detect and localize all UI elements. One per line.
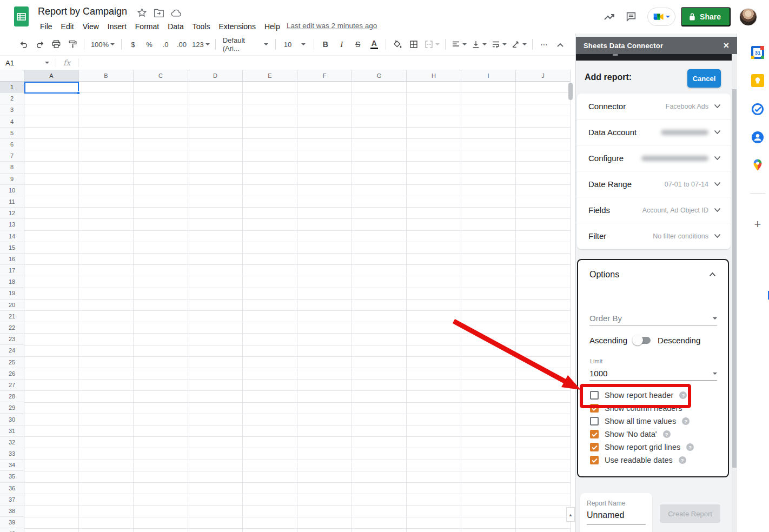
row-header-8[interactable]: 8 — [0, 162, 24, 173]
field-connector[interactable]: Connector Facebook Ads — [577, 94, 731, 119]
row-header-11[interactable]: 11 — [0, 196, 24, 208]
last-edit-link[interactable]: Last edit was 2 minutes ago — [287, 22, 377, 30]
row-header-33[interactable]: 33 — [0, 448, 24, 460]
help-icon[interactable]: ? — [682, 417, 690, 425]
chevron-down-icon[interactable] — [714, 156, 721, 161]
strikethrough-button[interactable]: S — [350, 37, 366, 52]
merge-cells-button[interactable] — [422, 37, 441, 52]
redo-button[interactable] — [32, 37, 48, 52]
zoom-select[interactable]: 100% — [88, 37, 117, 52]
column-header-h[interactable]: H — [407, 70, 461, 82]
undo-button[interactable] — [16, 37, 31, 52]
text-rotation-button[interactable] — [509, 37, 528, 52]
row-header-31[interactable]: 31 — [0, 425, 24, 437]
help-icon[interactable]: ? — [663, 430, 671, 438]
share-button[interactable]: Share — [681, 7, 731, 26]
print-button[interactable] — [49, 37, 64, 52]
row-header-36[interactable]: 36 — [0, 483, 24, 494]
checkbox[interactable] — [590, 443, 599, 451]
row-header-40[interactable]: 40 — [0, 528, 24, 532]
comments-icon[interactable] — [620, 6, 642, 28]
row-header-29[interactable]: 29 — [0, 402, 24, 414]
google-tasks-icon[interactable] — [751, 103, 764, 116]
row-header-17[interactable]: 17 — [0, 265, 24, 276]
report-name-input[interactable]: Unnamed — [587, 510, 646, 525]
row-header-20[interactable]: 20 — [0, 300, 24, 311]
row-header-35[interactable]: 35 — [0, 471, 24, 482]
menu-extensions[interactable]: Extensions — [214, 21, 260, 32]
row-header-14[interactable]: 14 — [0, 230, 24, 242]
row-header-23[interactable]: 23 — [0, 334, 24, 345]
grid-cells[interactable] — [24, 82, 571, 532]
row-header-22[interactable]: 22 — [0, 322, 24, 334]
row-header-5[interactable]: 5 — [0, 128, 24, 139]
order-by-select[interactable]: Order By — [589, 311, 717, 325]
column-header-c[interactable]: C — [134, 70, 188, 82]
chevron-down-icon[interactable] — [714, 104, 721, 109]
row-header-19[interactable]: 19 — [0, 288, 24, 299]
fill-color-button[interactable] — [390, 37, 405, 52]
column-header-a[interactable]: A — [24, 70, 79, 82]
field-filter[interactable]: Filter No filter conditions — [577, 223, 731, 249]
menu-tools[interactable]: Tools — [188, 21, 215, 32]
select-all-corner[interactable] — [0, 70, 24, 82]
format-percent-button[interactable]: % — [142, 37, 157, 52]
row-header-37[interactable]: 37 — [0, 494, 24, 506]
create-report-button[interactable]: Create Report — [660, 504, 720, 523]
font-size-select[interactable]: 10 — [280, 37, 310, 52]
row-header-25[interactable]: 25 — [0, 357, 24, 368]
close-icon[interactable]: ✕ — [723, 41, 730, 50]
sort-direction-toggle[interactable] — [634, 337, 651, 344]
row-header-21[interactable]: 21 — [0, 311, 24, 322]
horizontal-align-button[interactable] — [449, 37, 468, 52]
text-wrap-button[interactable] — [489, 37, 508, 52]
grid-vertical-scrollbar[interactable] — [568, 83, 573, 100]
row-header-13[interactable]: 13 — [0, 219, 24, 230]
formula-input[interactable] — [78, 56, 575, 70]
column-header-j[interactable]: J — [516, 70, 571, 82]
grid-scroll-button[interactable]: ▴ — [566, 507, 575, 522]
cancel-button[interactable]: Cancel — [687, 69, 721, 88]
star-icon[interactable] — [137, 8, 147, 20]
add-addon-icon[interactable]: + — [751, 218, 764, 231]
document-title[interactable]: Report by Campaign — [38, 6, 127, 17]
more-toolbar-button[interactable]: ⋯ — [536, 37, 552, 52]
bold-button[interactable]: B — [318, 37, 333, 52]
vertical-align-button[interactable] — [469, 37, 488, 52]
menu-edit[interactable]: Edit — [57, 21, 78, 32]
google-maps-icon[interactable] — [751, 158, 764, 171]
row-header-6[interactable]: 6 — [0, 139, 24, 150]
panel-scrollbar-thumb[interactable] — [732, 89, 737, 468]
row-header-10[interactable]: 10 — [0, 185, 24, 196]
row-header-30[interactable]: 30 — [0, 414, 24, 425]
explore-trend-icon[interactable] — [599, 6, 620, 28]
fill-handle[interactable] — [77, 91, 80, 95]
meet-call-button[interactable] — [647, 8, 675, 26]
row-header-32[interactable]: 32 — [0, 437, 24, 448]
row-header-38[interactable]: 38 — [0, 506, 24, 517]
column-header-d[interactable]: D — [188, 70, 243, 82]
spreadsheet-grid[interactable]: ABCDEFGHIJ 12345678910111213141516171819… — [0, 70, 575, 532]
field-date-range[interactable]: Date Range 07-01 to 07-14 — [577, 171, 731, 197]
paint-format-button[interactable] — [65, 37, 80, 52]
row-header-12[interactable]: 12 — [0, 208, 24, 219]
row-header-18[interactable]: 18 — [0, 276, 24, 288]
menu-data[interactable]: Data — [163, 21, 188, 32]
column-header-i[interactable]: I — [461, 70, 516, 82]
menu-format[interactable]: Format — [131, 21, 163, 32]
limit-select[interactable]: 1000 — [589, 367, 717, 381]
chevron-down-icon[interactable] — [714, 234, 721, 238]
decrease-decimals-button[interactable]: .0 — [158, 37, 173, 52]
row-header-28[interactable]: 28 — [0, 391, 24, 402]
move-folder-icon[interactable] — [154, 8, 164, 20]
row-header-4[interactable]: 4 — [0, 116, 24, 128]
text-color-button[interactable]: A — [367, 37, 382, 52]
help-icon[interactable]: ? — [679, 456, 686, 464]
help-icon[interactable]: ? — [686, 443, 694, 451]
borders-button[interactable] — [406, 37, 421, 52]
more-formats-button[interactable]: 123 — [190, 37, 211, 52]
menu-view[interactable]: View — [78, 21, 103, 32]
help-icon[interactable]: ? — [679, 391, 687, 399]
row-header-34[interactable]: 34 — [0, 460, 24, 471]
google-calendar-icon[interactable]: 31 — [751, 46, 764, 59]
